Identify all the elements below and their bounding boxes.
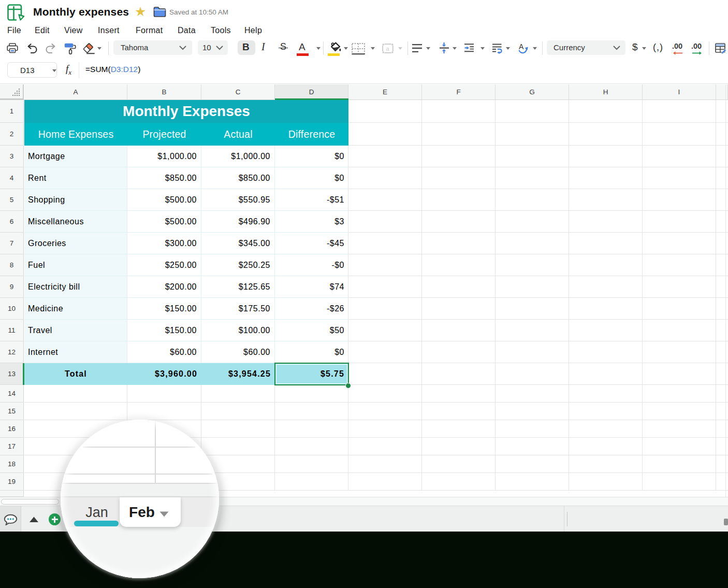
svg-text:a: a: [386, 46, 390, 52]
svg-text:A: A: [519, 42, 524, 51]
